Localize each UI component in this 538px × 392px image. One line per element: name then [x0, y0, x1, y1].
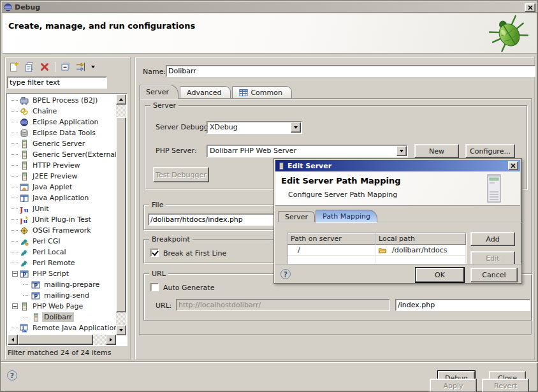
tree-item-osgi-framework[interactable]: OSGi Framework: [8, 225, 116, 236]
svg-text:P: P: [22, 272, 26, 278]
php-server-select[interactable]: Dolibarr PHP Web Server: [207, 145, 408, 157]
auto-generate-checkbox[interactable]: [150, 283, 159, 291]
tree-item-label: PHP Web Page: [31, 301, 85, 311]
dialog-close-button[interactable]: [508, 161, 518, 170]
help-icon[interactable]: ?: [280, 269, 291, 279]
tree-item-mailing-send[interactable]: Pmailing-send: [8, 290, 116, 301]
tree-connector: [11, 328, 18, 328]
url-base-input: [176, 299, 390, 311]
tree-item-eclipse-data-tools[interactable]: Eclipse Data Tools: [8, 127, 116, 138]
tree-item-label: Perl CGI: [31, 236, 62, 246]
close-icon: [511, 163, 516, 168]
help-icon[interactable]: ?: [7, 370, 17, 381]
column-header-local-path[interactable]: Local path: [375, 233, 466, 245]
delete-configuration-button[interactable]: [38, 61, 51, 73]
chain-icon: [20, 107, 29, 116]
tree-item-perl-local[interactable]: Perl Local: [8, 247, 116, 258]
new-server-button[interactable]: New: [414, 144, 459, 158]
scroll-down-button[interactable]: [116, 325, 126, 335]
vertical-scroll-thumb[interactable]: [116, 117, 126, 312]
url-label: URL:: [156, 301, 172, 310]
tab-server-settings[interactable]: Server: [278, 211, 315, 222]
edit-server-dialog: Edit Server Edit Server Path Mapping Con…: [273, 158, 522, 284]
name-input[interactable]: [166, 65, 535, 77]
tree-connector: [11, 252, 18, 252]
revert-button[interactable]: Revert: [482, 379, 529, 392]
tree-item-j2ee-preview[interactable]: J2EE Preview: [8, 171, 116, 182]
tree-connector: [23, 284, 29, 285]
tree-item-label: Eclipse Data Tools: [31, 128, 98, 138]
dropdown-button[interactable]: [396, 146, 407, 156]
tab-path-mapping[interactable]: Path Mapping: [316, 210, 377, 222]
tree-item-java-application[interactable]: JJava Application: [8, 192, 116, 203]
php-server-label: PHP Server:: [156, 147, 197, 155]
window-close-button[interactable]: [525, 3, 535, 12]
tree-item-remote-java-application[interactable]: JRemote Java Application: [8, 323, 116, 333]
configurations-panel: BPEL Process (B2J)ChaîneEclipse Applicat…: [4, 57, 131, 360]
chevron-down-icon: [400, 150, 404, 152]
test-debugger-button[interactable]: Test Debugger: [153, 167, 209, 182]
tree-item-perl-remote[interactable]: Perl Remote: [8, 258, 116, 268]
filter-menu-dropdown[interactable]: [90, 61, 96, 73]
url-path-input[interactable]: [395, 299, 530, 311]
tree-item-dolibarr[interactable]: Dolibarr: [8, 312, 116, 323]
server-icon: [20, 302, 29, 311]
filter-input[interactable]: [7, 76, 107, 89]
tree-item-mailing-prepare[interactable]: Pmailing-prepare: [8, 279, 116, 290]
tree-item-generic-server-external-la[interactable]: Generic Server(External La: [8, 149, 116, 160]
scroll-left-button[interactable]: [8, 335, 18, 345]
tree-item-label: Java Application: [31, 193, 91, 203]
new-configuration-button[interactable]: [8, 61, 20, 73]
tree-item-java-applet[interactable]: Java Applet: [8, 182, 116, 192]
tab-server[interactable]: Server: [139, 85, 178, 99]
tree-item-http-preview[interactable]: HTTP Preview: [8, 160, 116, 171]
tree-item-cha-ne[interactable]: Chaîne: [8, 106, 116, 117]
svg-text:J: J: [20, 205, 23, 214]
edit-mapping-button[interactable]: Edit: [470, 251, 515, 265]
server-icon: [31, 313, 40, 322]
tree-item-label: Generic Server: [31, 139, 87, 149]
collapse-all-icon: [60, 61, 71, 73]
dropdown-button[interactable]: [291, 122, 301, 133]
chevron-down-icon: [91, 66, 95, 68]
filter-button[interactable]: [75, 61, 87, 73]
svg-text:P: P: [34, 283, 38, 289]
tree-vertical-scrollbar[interactable]: [116, 94, 126, 335]
horizontal-scroll-thumb[interactable]: [18, 335, 93, 345]
tree-item-perl-cgi[interactable]: Perl CGI: [8, 236, 116, 247]
file-group-title: File: [149, 201, 166, 209]
tree-item-php-web-page[interactable]: PHP Web Page: [8, 301, 116, 312]
tree-connector: [11, 230, 18, 231]
configure-server-button[interactable]: Configure...: [465, 144, 515, 158]
duplicate-configuration-button[interactable]: [23, 61, 36, 73]
break-first-line-checkbox[interactable]: [150, 249, 159, 257]
footer-separator: [1, 361, 538, 363]
close-icon: [528, 5, 533, 10]
tree-item-bpel-process-b2j[interactable]: BPEL Process (B2J): [8, 95, 116, 106]
perl-icon: [20, 248, 29, 257]
add-mapping-button[interactable]: Add: [470, 232, 515, 246]
tree-item-php-script[interactable]: PPHP Script: [8, 268, 116, 279]
scroll-right-button[interactable]: [106, 335, 116, 345]
column-header-path-on-server[interactable]: Path on server: [287, 233, 375, 245]
tab-advanced[interactable]: Advanced: [180, 86, 231, 99]
tab-common[interactable]: Common: [232, 86, 292, 99]
tree-item-junit[interactable]: JuJUnit: [8, 203, 116, 214]
scroll-up-button[interactable]: [116, 94, 126, 105]
tree-item-generic-server[interactable]: Generic Server: [8, 138, 116, 149]
tree-connector: [11, 176, 18, 177]
cancel-button[interactable]: Cancel: [470, 268, 518, 282]
ok-button[interactable]: OK: [416, 268, 464, 282]
triangle-up-icon: [119, 98, 123, 101]
tree-item-junit-plug-in-test[interactable]: JuJUnit Plug-in Test: [8, 214, 116, 225]
dialog-button-bar: ? OK Cancel: [275, 264, 521, 283]
server-debugger-select[interactable]: XDebug: [207, 121, 302, 134]
table-row-empty: [287, 256, 466, 264]
table-row[interactable]: //dolibarr/htdocs: [287, 245, 466, 256]
collapse-expander-icon[interactable]: [12, 271, 18, 277]
tree-horizontal-scrollbar[interactable]: [8, 335, 116, 345]
tree-item-eclipse-application[interactable]: Eclipse Application: [8, 117, 116, 127]
apply-button[interactable]: Apply: [430, 379, 477, 392]
collapse-all-button[interactable]: [59, 61, 72, 73]
collapse-expander-icon[interactable]: [12, 303, 18, 309]
